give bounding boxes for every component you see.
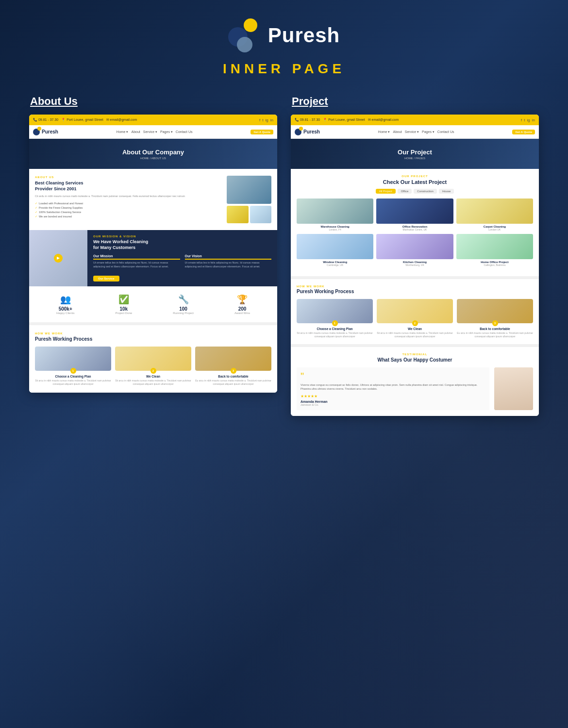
about-col: About Us 📞 09.81 - 37.30 📍 Port Louee, g… bbox=[29, 95, 277, 416]
project-title: Check Our Latest Project bbox=[297, 179, 533, 185]
proj-step-1-title: Choose a Cleaning Plan bbox=[297, 327, 373, 331]
proj-social-in[interactable]: ig bbox=[527, 118, 530, 122]
project-img-3 bbox=[456, 199, 533, 224]
nav-contact[interactable]: Contact Us bbox=[176, 130, 193, 134]
proj-step-3-title: Back to comfortable bbox=[457, 327, 533, 331]
stat-icon-4: 🏆 bbox=[234, 294, 250, 305]
stat-value-2: 10k bbox=[115, 306, 132, 312]
proj-step-2-title: We Clean bbox=[377, 327, 453, 331]
proj-step-2-desc: Sit arcu in nibh mauris cursus matta mol… bbox=[377, 331, 453, 338]
mission-title-label: Our Mission bbox=[93, 254, 180, 260]
testi-role: Jameson & Co. bbox=[301, 403, 485, 406]
testi-title: What Says Our Happy Costumer bbox=[297, 357, 533, 363]
about-col-title[interactable]: About Us bbox=[29, 95, 277, 108]
about-nav-logo[interactable]: Puresh bbox=[33, 129, 58, 135]
proj-social-t[interactable]: t bbox=[524, 118, 525, 122]
project-img-5 bbox=[376, 234, 453, 259]
testi-quote: Viverra vitae congue eu consequet ac fel… bbox=[301, 383, 485, 391]
about-section: ABOUT US Best Cleaning ServicesProvider … bbox=[29, 169, 277, 230]
social-in[interactable]: ig bbox=[266, 118, 268, 122]
checklist-item-1: Loaded with Professional and Honest bbox=[35, 201, 222, 205]
mission-title: We Have Worked Cleaningfor Many Customer… bbox=[93, 239, 271, 250]
nav-quote-btn[interactable]: Get A Quote bbox=[251, 130, 273, 134]
proj-nav-home[interactable]: Home ▾ bbox=[378, 130, 390, 134]
logo[interactable]: Puresh bbox=[228, 18, 340, 52]
nav-home[interactable]: Home ▾ bbox=[117, 130, 129, 134]
about-nav-brand: Puresh bbox=[42, 129, 58, 134]
stat-icon-3: 🔧 bbox=[173, 294, 194, 305]
filter-all[interactable]: All Project bbox=[376, 189, 396, 194]
mission-img: ▶ bbox=[29, 230, 87, 286]
proj-nav-logo[interactable]: Puresh bbox=[295, 129, 320, 135]
project-item-2[interactable]: Office Renovation Manhattan Centre, UK bbox=[376, 199, 453, 231]
project-sub-5: Worthenburg, UK bbox=[376, 264, 453, 266]
testi-text: " Viverra vitae congue eu consequet ac f… bbox=[297, 367, 489, 410]
page-label: INNER PAGE bbox=[223, 61, 345, 77]
mission-btn[interactable]: Our Service bbox=[93, 276, 119, 281]
project-item-5[interactable]: Kitchen Cleaning Worthenburg, UK bbox=[376, 234, 453, 266]
project-sub-3: London UK bbox=[456, 228, 533, 231]
step-1: 1 Choose a Cleaning Plan Sit arcu in nib… bbox=[35, 347, 111, 386]
mission-text: Ut ornare tellus leo in felis adipiscing… bbox=[93, 261, 180, 268]
stat-value-4: 200 bbox=[234, 306, 250, 312]
proj-step-2-num: 2 bbox=[412, 320, 418, 326]
step-1-img: 1 bbox=[35, 347, 111, 371]
project-item-4[interactable]: Window Cleaning Cambridge, UK bbox=[297, 234, 373, 266]
proj-nav-pages[interactable]: Pages ▾ bbox=[422, 130, 434, 134]
about-topbar: 📞 09.81 - 37.30 📍 Port Louee, gmail Stre… bbox=[29, 115, 277, 125]
stat-label-1: Happy Clients bbox=[56, 312, 74, 314]
proj-social-lin[interactable]: in bbox=[532, 118, 535, 122]
project-col-title[interactable]: Project bbox=[291, 95, 539, 108]
about-hero-breadcrumb: HOME / ABOUT US bbox=[140, 157, 166, 160]
proj-nav-contact[interactable]: Contact Us bbox=[437, 130, 454, 134]
vision-text: Ut ornate tellus leo in felis adipiscing… bbox=[185, 261, 271, 268]
proj-nav-service[interactable]: Service ▾ bbox=[405, 130, 419, 134]
stat-value-1: 500k+ bbox=[56, 306, 74, 312]
project-img-1 bbox=[297, 199, 373, 224]
social-f[interactable]: f bbox=[259, 118, 260, 122]
mission-col-left: Our Mission Ut ornare tellus leo in feli… bbox=[93, 254, 180, 268]
nav-service[interactable]: Service ▾ bbox=[143, 130, 157, 134]
mission-section: ▶ OUR MISSION & VISION We Have Worked Cl… bbox=[29, 230, 277, 286]
social-t[interactable]: t bbox=[262, 118, 263, 122]
stat-icon-1: 👥 bbox=[56, 294, 74, 305]
proj-nav-quote-btn[interactable]: Get A Quote bbox=[512, 130, 535, 134]
page-header: Puresh INNER PAGE bbox=[0, 0, 568, 95]
project-item-3[interactable]: Carpet Cleaning London UK bbox=[456, 199, 533, 231]
testimonial-section: TESTIMONIAL What Says Our Happy Costumer… bbox=[291, 347, 539, 416]
step-3-title: Back to comfortable bbox=[195, 375, 271, 378]
project-nav: Puresh Home ▾ About Service ▾ Pages ▾ Co… bbox=[291, 125, 539, 139]
proj-nav-about[interactable]: About bbox=[393, 130, 401, 134]
project-topbar: 📞 09.81 - 37.30 📍 Port Louee, gmail Stre… bbox=[291, 115, 539, 125]
mission-play-btn[interactable]: ▶ bbox=[54, 254, 63, 263]
project-sub-2: Manhattan Centre, UK bbox=[376, 228, 453, 231]
stat-icon-2: ✅ bbox=[115, 294, 132, 305]
about-topbar-address: 📍 Port Louee, gmail Street bbox=[61, 118, 103, 122]
filter-office[interactable]: Office bbox=[398, 189, 412, 194]
process-steps-left: 1 Choose a Cleaning Plan Sit arcu in nib… bbox=[35, 347, 271, 386]
mission-label: OUR MISSION & VISION bbox=[93, 235, 271, 238]
step-2-img: 2 bbox=[115, 347, 191, 371]
nav-pages[interactable]: Pages ▾ bbox=[160, 130, 173, 134]
nav-about[interactable]: About bbox=[131, 130, 140, 134]
project-hero-title: Our Project bbox=[398, 149, 432, 156]
project-img-2 bbox=[376, 199, 453, 224]
filter-house[interactable]: House bbox=[439, 189, 454, 194]
about-img-sm-2 bbox=[250, 206, 272, 223]
project-item-1[interactable]: Warehouse Cleaning London, F4 bbox=[297, 199, 373, 231]
about-hero: About Our Company HOME / ABOUT US bbox=[29, 139, 277, 169]
step-3-desc: Eu arcu in nibh mauris cursus matta mole… bbox=[195, 379, 271, 386]
checklist-item-2: Provide the Finest Cleaning Supplies bbox=[35, 206, 222, 209]
about-label: ABOUT US bbox=[35, 176, 222, 179]
project-hero: Our Project HOME / PAGES bbox=[291, 139, 539, 169]
proj-social-f[interactable]: f bbox=[521, 118, 522, 122]
step-2: 2 We Clean Sit arcu in nibh mauris cursu… bbox=[115, 347, 191, 386]
filter-buttons: All Project Office Construction House bbox=[297, 189, 533, 194]
step-3-num: 3 bbox=[231, 368, 236, 374]
filter-construction[interactable]: Construction bbox=[414, 189, 437, 194]
social-lin[interactable]: in bbox=[270, 118, 273, 122]
project-item-6[interactable]: Home Office Project Callington, Bodmina bbox=[456, 234, 533, 266]
step-1-desc: Sit arcu in nibh mauris cursus matta mol… bbox=[35, 379, 111, 386]
project-grid: Warehouse Cleaning London, F4 Office Ren… bbox=[297, 199, 533, 266]
step-1-title: Choose a Cleaning Plan bbox=[35, 375, 111, 378]
